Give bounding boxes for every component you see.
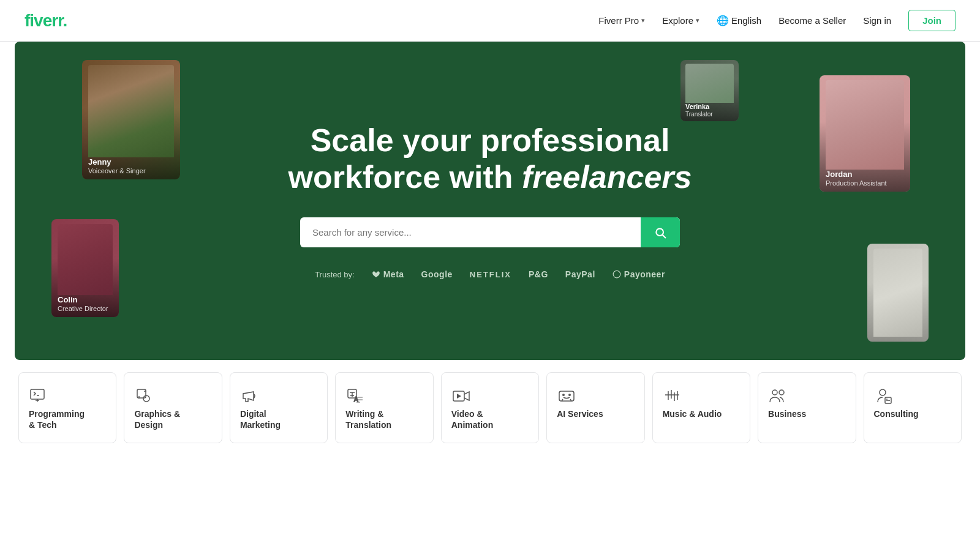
graphics-label: Graphics &Design <box>134 408 180 430</box>
navbar-right: Fiverr Pro ▾ Explore ▾ 🌐 English Become … <box>598 10 956 31</box>
language-link[interactable]: 🌐 English <box>717 15 761 26</box>
music-icon <box>663 386 682 408</box>
digital-marketing-label: DigitalMarketing <box>240 408 281 430</box>
freelancer-card-jordan: Jordan Production Assistant <box>820 75 910 192</box>
consulting-label: Consulting <box>874 408 919 419</box>
navbar-left: fiverr. <box>24 11 67 31</box>
sign-in-link[interactable]: Sign in <box>863 15 891 26</box>
people-icon <box>768 386 788 408</box>
category-programming[interactable]: Programming& Tech <box>18 372 116 443</box>
svg-point-19 <box>568 394 571 396</box>
search-bar <box>300 217 680 247</box>
category-video[interactable]: Video &Animation <box>441 372 539 443</box>
writing-label: Writing &Translation <box>345 408 391 430</box>
category-writing[interactable]: A Writing &Translation <box>335 372 433 443</box>
google-logo: Google <box>421 269 453 279</box>
fiverr-pro-link[interactable]: Fiverr Pro ▾ <box>598 15 645 26</box>
svg-point-8 <box>143 395 149 402</box>
search-input[interactable] <box>300 217 641 247</box>
monitor-icon <box>29 386 48 408</box>
netflix-logo: NETFLIX <box>470 270 511 279</box>
svg-rect-15 <box>559 391 574 401</box>
jordan-role: Production Assistant <box>826 179 904 187</box>
jenny-role: Voiceover & Singer <box>88 167 174 174</box>
hero-content: Scale your professional workforce with f… <box>276 86 704 317</box>
search-icon <box>654 227 666 239</box>
video-icon <box>451 386 471 408</box>
trusted-row: Trusted by: Meta Google NETFLIX P&G PayP… <box>288 269 692 279</box>
category-ai[interactable]: AI Services <box>546 372 644 443</box>
search-button[interactable] <box>641 217 680 247</box>
trusted-label: Trusted by: <box>315 270 355 279</box>
category-graphics[interactable]: Graphics &Design <box>124 372 222 443</box>
explore-link[interactable]: Explore ▾ <box>662 15 699 26</box>
colin-role: Creative Director <box>58 305 113 312</box>
chevron-down-icon: ▾ <box>641 17 645 24</box>
svg-point-25 <box>772 390 777 395</box>
svg-point-18 <box>562 394 565 396</box>
svg-point-26 <box>779 390 784 395</box>
consulting-icon <box>874 386 894 408</box>
video-label: Video &Animation <box>451 408 493 430</box>
music-label: Music & Audio <box>663 408 722 419</box>
category-digital-marketing[interactable]: DigitalMarketing <box>230 372 328 443</box>
hero-section: Jenny Voiceover & Singer Verinka Transla… <box>15 42 965 360</box>
categories-row: Programming& Tech Graphics &Design Digit… <box>0 360 980 443</box>
chevron-down-icon: ▾ <box>696 17 699 24</box>
category-consulting[interactable]: Consulting <box>864 372 962 443</box>
ai-label: AI Services <box>557 408 603 419</box>
svg-marker-14 <box>457 394 461 399</box>
category-music[interactable]: Music & Audio <box>652 372 750 443</box>
freelancer-card-colin: Colin Creative Director <box>51 219 119 317</box>
svg-rect-3 <box>31 389 44 399</box>
svg-point-27 <box>880 389 886 395</box>
payoneer-logo: Payoneer <box>612 269 665 279</box>
svg-point-30 <box>886 399 888 400</box>
svg-line-1 <box>663 235 666 238</box>
jordan-name: Jordan <box>826 170 904 179</box>
join-button[interactable]: Join <box>908 10 956 31</box>
freelancer-card-woman <box>867 244 929 342</box>
jenny-name: Jenny <box>88 157 174 167</box>
globe-icon: 🌐 <box>717 15 729 26</box>
meta-logo: Meta <box>372 269 404 279</box>
logo[interactable]: fiverr. <box>24 11 67 31</box>
freelancer-card-jenny: Jenny Voiceover & Singer <box>82 60 180 179</box>
become-seller-link[interactable]: Become a Seller <box>778 15 846 26</box>
ai-icon <box>557 386 576 408</box>
hero-title: Scale your professional workforce with f… <box>288 122 692 196</box>
paypal-logo: PayPal <box>565 269 595 279</box>
category-business[interactable]: Business <box>758 372 856 443</box>
pen-tool-icon <box>134 386 154 408</box>
programming-label: Programming& Tech <box>29 408 85 430</box>
colin-name: Colin <box>58 295 113 305</box>
megaphone-icon <box>240 386 260 408</box>
translate-icon: A <box>345 386 365 408</box>
navbar: fiverr. Fiverr Pro ▾ Explore ▾ 🌐 English… <box>0 0 980 42</box>
pg-logo: P&G <box>529 269 548 279</box>
business-label: Business <box>768 408 806 419</box>
svg-point-2 <box>613 271 620 278</box>
